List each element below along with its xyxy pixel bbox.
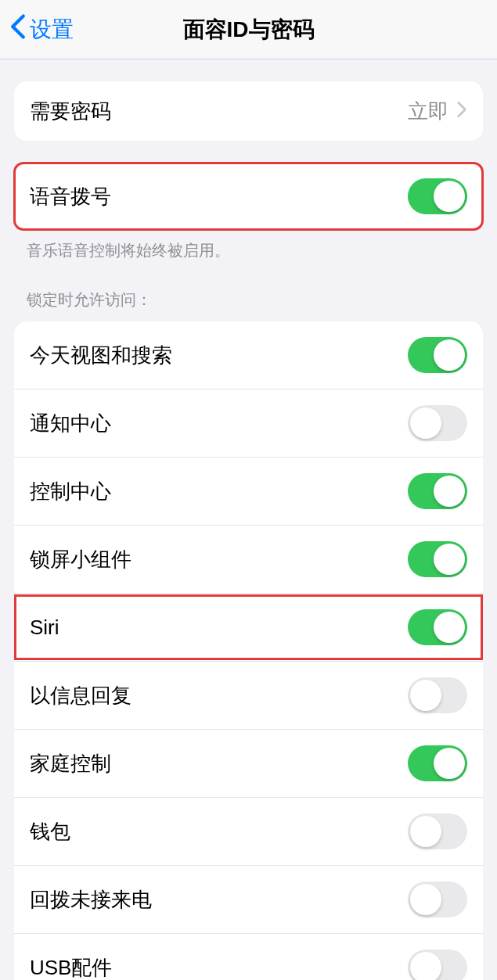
lock-access-label: 控制中心 (30, 478, 111, 505)
lock-access-label: USB配件 (30, 954, 112, 981)
lock-access-switch[interactable] (408, 949, 467, 980)
require-passcode-group: 需要密码 立即 (14, 81, 483, 141)
lock-access-switch[interactable] (408, 541, 467, 577)
lock-access-row: 以信息回复 (14, 662, 483, 730)
lock-access-row: 今天视图和搜索 (14, 321, 483, 389)
lock-access-group: 今天视图和搜索通知中心控制中心锁屏小组件Siri以信息回复家庭控制钱包回拨未接来… (14, 321, 483, 980)
voice-dial-switch[interactable] (408, 178, 467, 214)
lock-access-row: 回拨未接来电 (14, 866, 483, 934)
voice-dial-row: 语音拨号 (14, 163, 483, 230)
lock-access-label: Siri (30, 616, 59, 640)
lock-access-switch[interactable] (408, 813, 467, 849)
chevron-left-icon (9, 13, 30, 45)
lock-access-label: 锁屏小组件 (30, 546, 131, 573)
lock-access-switch[interactable] (408, 473, 467, 509)
lock-access-row: USB配件 (14, 934, 483, 980)
navbar: 设置 面容ID与密码 (0, 0, 497, 59)
lock-access-switch[interactable] (408, 337, 467, 373)
voice-dial-label: 语音拨号 (30, 183, 111, 210)
lock-access-label: 家庭控制 (30, 750, 111, 777)
lock-access-label: 通知中心 (30, 410, 111, 437)
back-button[interactable]: 设置 (9, 13, 74, 45)
lock-access-switch[interactable] (408, 677, 467, 713)
lock-access-row: Siri (14, 594, 483, 662)
lock-access-row: 通知中心 (14, 389, 483, 458)
lock-access-row: 锁屏小组件 (14, 526, 483, 594)
require-passcode-row[interactable]: 需要密码 立即 (14, 81, 483, 141)
page-title: 面容ID与密码 (183, 15, 315, 45)
require-passcode-label: 需要密码 (30, 98, 111, 125)
lock-access-row: 钱包 (14, 798, 483, 866)
voice-dial-group: 语音拨号 (14, 163, 483, 230)
lock-access-switch[interactable] (408, 745, 467, 781)
lock-access-label: 回拨未接来电 (30, 886, 152, 914)
lock-access-switch[interactable] (408, 405, 467, 441)
lock-access-label: 钱包 (30, 818, 70, 845)
chevron-right-icon (456, 101, 467, 121)
lock-access-row: 家庭控制 (14, 730, 483, 798)
lock-access-switch[interactable] (408, 881, 467, 917)
lock-access-label: 以信息回复 (30, 682, 131, 709)
lock-access-row: 控制中心 (14, 458, 483, 526)
lock-access-header: 锁定时允许访问： (0, 261, 497, 315)
lock-access-label: 今天视图和搜索 (30, 342, 172, 369)
content: 需要密码 立即 语音拨号 音乐语音控制将始终被启用。 锁定时允许访问： 今天视图… (0, 81, 497, 980)
lock-access-switch[interactable] (408, 609, 467, 645)
require-passcode-value: 立即 (408, 98, 448, 125)
voice-dial-footer: 音乐语音控制将始终被启用。 (0, 230, 497, 261)
back-label: 设置 (30, 15, 74, 45)
